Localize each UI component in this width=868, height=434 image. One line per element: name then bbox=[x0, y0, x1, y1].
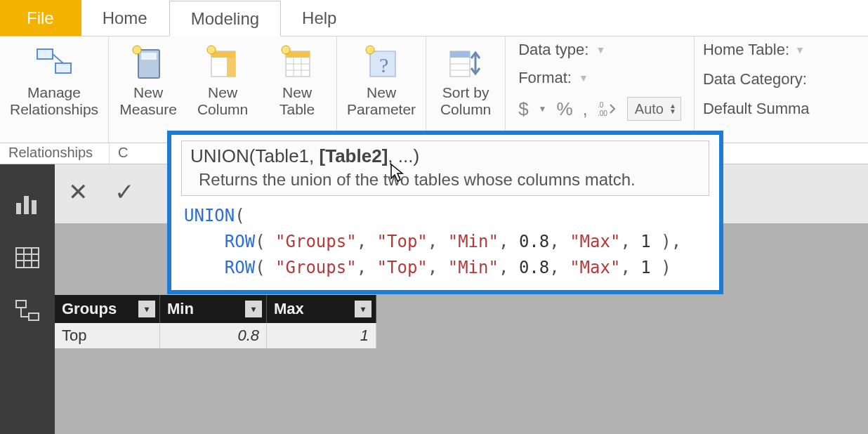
format-label: Format: bbox=[518, 69, 572, 87]
home-table-dropdown[interactable]: Home Table: ▼ bbox=[703, 41, 810, 59]
table-row[interactable]: Top 0.8 1 bbox=[55, 323, 376, 348]
default-summarization-label: Default Summa bbox=[703, 100, 810, 118]
table-icon bbox=[15, 246, 40, 269]
relationships-icon bbox=[34, 42, 74, 81]
data-table: Groups ▾ Min ▾ Max ▾ Top 0.8 1 bbox=[55, 295, 376, 348]
tooltip-description: Returns the union of the two tables whos… bbox=[190, 167, 700, 190]
chevron-down-icon: ▼ bbox=[795, 44, 805, 55]
svg-rect-34 bbox=[16, 301, 26, 308]
tok-str: "Min" bbox=[448, 258, 499, 277]
column-header-label: Max bbox=[274, 300, 304, 318]
column-header-max[interactable]: Max ▾ bbox=[267, 295, 376, 323]
chevron-down-icon: ▼ bbox=[579, 72, 588, 84]
column-filter-button[interactable]: ▾ bbox=[245, 301, 262, 317]
report-view-button[interactable] bbox=[11, 188, 44, 221]
tok-str: "Groups" bbox=[275, 232, 357, 251]
manage-relationships-button[interactable]: Manage Relationships bbox=[7, 41, 101, 119]
data-view-button[interactable] bbox=[11, 242, 44, 274]
new-measure-label: New Measure bbox=[119, 84, 177, 118]
svg-point-5 bbox=[133, 46, 141, 54]
chevron-down-icon: ▼ bbox=[539, 104, 547, 114]
column-header-groups[interactable]: Groups ▾ bbox=[55, 295, 160, 323]
group-properties: Home Table: ▼ Data Category: Default Sum… bbox=[695, 37, 817, 143]
percent-button[interactable]: % bbox=[556, 98, 572, 120]
svg-rect-35 bbox=[29, 313, 39, 320]
bar-chart-icon bbox=[15, 193, 40, 216]
model-view-button[interactable] bbox=[11, 295, 44, 327]
tok-num: 0.8 bbox=[519, 232, 549, 251]
tok-str: "Groups" bbox=[275, 258, 357, 277]
tooltip-arg1: Table1 bbox=[255, 145, 309, 166]
calculator-icon bbox=[131, 42, 165, 81]
svg-rect-0 bbox=[37, 49, 53, 59]
column-header-min[interactable]: Min ▾ bbox=[160, 295, 267, 323]
svg-rect-27 bbox=[24, 196, 29, 214]
thousands-button[interactable]: , bbox=[583, 98, 588, 120]
tok-str: "Top" bbox=[377, 258, 428, 277]
tok-str: "Min" bbox=[448, 232, 499, 251]
cell-min: 0.8 bbox=[160, 323, 267, 348]
new-column-icon bbox=[206, 42, 239, 81]
tok-str: "Top" bbox=[377, 232, 428, 251]
new-column-button[interactable]: New Column bbox=[190, 41, 255, 119]
tab-home[interactable]: Home bbox=[81, 0, 169, 36]
svg-rect-28 bbox=[32, 200, 37, 214]
group-label-calculations-partial: C bbox=[110, 143, 126, 164]
svg-text:.00: .00 bbox=[598, 110, 607, 117]
svg-point-16 bbox=[282, 46, 290, 54]
format-dropdown[interactable]: Format: ▼ bbox=[518, 69, 681, 87]
sort-icon bbox=[446, 42, 485, 81]
new-parameter-button[interactable]: ? New Parameter bbox=[344, 41, 419, 119]
manage-relationships-label: Manage Relationships bbox=[10, 84, 98, 118]
cancel-formula-button[interactable]: ✕ bbox=[59, 173, 97, 211]
default-summarization-dropdown[interactable]: Default Summa bbox=[703, 100, 810, 118]
group-whatif: ? New Parameter bbox=[337, 37, 426, 143]
group-formatting: Data type: ▼ Format: ▼ $ ▼ % , .0.00 Aut… bbox=[506, 37, 695, 143]
tok-num: 1 bbox=[640, 258, 650, 277]
decimal-places-value: Auto bbox=[635, 101, 664, 117]
new-table-icon bbox=[280, 42, 314, 81]
commit-formula-button[interactable]: ✓ bbox=[105, 173, 143, 211]
tab-modeling[interactable]: Modeling bbox=[169, 1, 281, 37]
sort-by-column-button[interactable]: Sort by Column bbox=[433, 41, 498, 119]
column-header-label: Groups bbox=[62, 300, 117, 318]
formula-editor[interactable]: UNION( ROW( "Groups", "Top", "Min", 0.8,… bbox=[171, 200, 719, 282]
svg-rect-1 bbox=[55, 63, 71, 73]
tooltip-rest: , ...) bbox=[388, 145, 419, 166]
new-table-label: New Table bbox=[280, 84, 315, 118]
svg-rect-29 bbox=[16, 248, 39, 268]
new-measure-button[interactable]: New Measure bbox=[116, 41, 180, 119]
svg-rect-8 bbox=[227, 51, 235, 77]
intellisense-tooltip: UNION(Table1, [Table2], ...) Returns the… bbox=[181, 140, 709, 196]
home-table-label: Home Table: bbox=[703, 41, 789, 59]
data-type-dropdown[interactable]: Data type: ▼ bbox=[518, 41, 681, 59]
new-parameter-label: New Parameter bbox=[347, 84, 416, 118]
ribbon: Manage Relationships New Measure bbox=[0, 37, 868, 143]
tok-num: 0.8 bbox=[519, 258, 549, 277]
group-sort: Sort by Column bbox=[426, 37, 506, 143]
sort-by-column-label: Sort by Column bbox=[440, 84, 491, 118]
tab-help[interactable]: Help bbox=[281, 0, 358, 36]
svg-line-2 bbox=[53, 54, 63, 63]
data-category-dropdown[interactable]: Data Category: bbox=[703, 70, 810, 88]
column-filter-button[interactable]: ▾ bbox=[355, 301, 371, 317]
decimal-places-spinner[interactable]: Auto ▲▼ bbox=[627, 97, 681, 121]
decimal-button[interactable]: .0.00 bbox=[598, 100, 617, 117]
new-column-label: New Column bbox=[197, 84, 248, 118]
tooltip-fn-name: UNION bbox=[190, 145, 249, 166]
tok-union: UNION bbox=[184, 206, 235, 225]
group-calculations: New Measure New Column bbox=[109, 37, 337, 143]
cell-max: 1 bbox=[267, 323, 376, 348]
cell-groups: Top bbox=[55, 323, 160, 348]
tooltip-arg2-current: [Table2] bbox=[320, 145, 388, 166]
new-table-button[interactable]: New Table bbox=[265, 41, 329, 119]
data-type-label: Data type: bbox=[518, 41, 588, 59]
ribbon-tab-strip: File Home Modeling Help bbox=[0, 0, 868, 37]
tab-file[interactable]: File bbox=[0, 0, 81, 36]
svg-rect-21 bbox=[450, 51, 470, 58]
tooltip-signature: UNION(Table1, [Table2], ...) bbox=[190, 145, 700, 167]
model-icon bbox=[15, 299, 40, 323]
currency-button[interactable]: $ bbox=[518, 98, 528, 120]
svg-text:?: ? bbox=[379, 53, 388, 77]
column-filter-button[interactable]: ▾ bbox=[138, 301, 155, 317]
